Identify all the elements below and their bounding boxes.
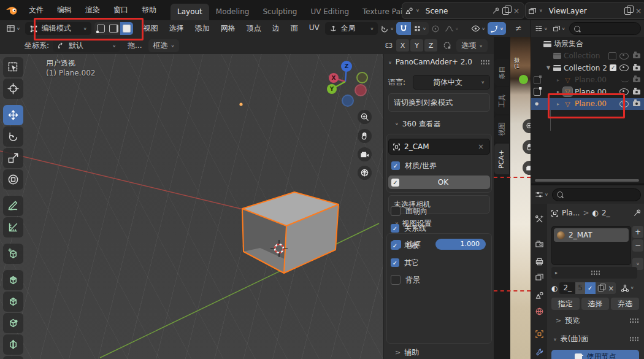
camera-restrict-icon[interactable] bbox=[633, 101, 640, 106]
pin-icon[interactable] bbox=[633, 209, 642, 217]
checkbox-checked-icon[interactable]: ✓ bbox=[391, 224, 399, 233]
camera-restrict-icon[interactable] bbox=[633, 77, 640, 82]
option-row-其它[interactable]: ✓其它 bbox=[391, 257, 483, 269]
face-select-button[interactable] bbox=[120, 22, 133, 35]
viewer-panel-header[interactable]: ∨ 360 查看器 bbox=[395, 119, 490, 129]
topbar-menu-编辑[interactable]: 编辑 bbox=[50, 5, 79, 15]
checkbox-unchecked-icon[interactable] bbox=[391, 206, 401, 216]
camera-restrict-icon[interactable] bbox=[633, 53, 640, 58]
sidebar-tab-工具[interactable]: 工具 bbox=[494, 87, 509, 114]
ok-button[interactable]: ✓ OK bbox=[388, 176, 490, 189]
sidebar-tab-条目[interactable]: 条目 bbox=[494, 59, 509, 86]
outliner-row-5[interactable]: ●▸▽Plane.00 bbox=[531, 98, 644, 110]
gizmo-axis-y[interactable]: Y bbox=[327, 84, 337, 94]
select-type-dropdown[interactable]: 框选 ∨ bbox=[148, 39, 180, 52]
close-icon[interactable]: × bbox=[512, 7, 521, 15]
tool-scale[interactable] bbox=[3, 148, 23, 168]
option-row-背景[interactable]: 背景 bbox=[391, 274, 483, 286]
viewport-menu-视图[interactable]: 视图 bbox=[138, 23, 164, 34]
gizmo-axis-z[interactable]: Z bbox=[341, 61, 352, 72]
camera-restrict-icon[interactable] bbox=[633, 66, 640, 71]
checkbox-checked-icon[interactable]: ✓ bbox=[391, 258, 399, 267]
clear-icon[interactable]: × bbox=[476, 142, 486, 151]
pin-icon[interactable] bbox=[492, 7, 500, 15]
display-mode-dropdown[interactable]: ∨ bbox=[534, 25, 549, 33]
option-row-地板[interactable]: ✓地板 bbox=[391, 239, 483, 252]
topbar-menu-窗口[interactable]: 窗口 bbox=[107, 5, 135, 15]
material-world-checkbox-row[interactable]: ✓ 材质/世界 bbox=[391, 160, 486, 172]
pan-button[interactable] bbox=[358, 129, 372, 143]
new-viewlayer-icon[interactable] bbox=[624, 7, 631, 15]
preview-panel-header[interactable]: > 预览 bbox=[556, 315, 580, 326]
eye-closed-icon[interactable] bbox=[621, 78, 629, 82]
falloff-dropdown[interactable]: ∨ bbox=[442, 24, 461, 33]
tool-annotate[interactable] bbox=[3, 196, 23, 216]
drag-grip-icon[interactable] bbox=[480, 60, 490, 65]
properties-editor-type-button[interactable]: ∨ bbox=[534, 190, 550, 199]
sidebar-tab-PCA+[interactable]: PCA+ bbox=[494, 144, 509, 174]
material-name-field[interactable]: 2_ bbox=[559, 282, 575, 294]
material-slot-row[interactable]: 2_MAT bbox=[554, 228, 629, 242]
new-scene-icon[interactable] bbox=[502, 7, 509, 15]
material-slot-list[interactable]: 2_MAT bbox=[551, 226, 631, 265]
gizmo-axis-x-neg[interactable] bbox=[355, 84, 367, 96]
tool-bevel[interactable] bbox=[3, 313, 23, 333]
workspace-tab-UV Editing[interactable]: UV Editing bbox=[304, 4, 356, 20]
fake-user-button[interactable]: ✓ bbox=[585, 282, 596, 294]
edge-select-button[interactable] bbox=[107, 22, 120, 35]
checkbox-unchecked-icon[interactable] bbox=[391, 275, 401, 285]
perspective-toggle-button[interactable] bbox=[358, 166, 372, 180]
checkbox-checked-icon[interactable]: ✓ bbox=[391, 161, 400, 170]
properties-search[interactable] bbox=[552, 188, 641, 201]
gizmo-axis-x[interactable]: X bbox=[329, 73, 339, 83]
strip-header-icon[interactable]: ≠ bbox=[515, 23, 522, 33]
snap-toggle-button[interactable] bbox=[396, 22, 411, 35]
orientation-dropdown[interactable]: 全局 ∨ bbox=[325, 22, 378, 35]
tool-extrude-region[interactable] bbox=[3, 270, 23, 290]
properties-tab-modifiers[interactable] bbox=[531, 345, 547, 359]
outliner-row-2[interactable]: ▼Collection 2✓ bbox=[531, 62, 644, 74]
blender-logo-icon[interactable] bbox=[5, 6, 18, 15]
copy-datablock-button[interactable] bbox=[596, 282, 607, 294]
tool-select-box[interactable] bbox=[3, 57, 23, 77]
tool-measure[interactable] bbox=[3, 217, 23, 237]
topbar-menu-帮助[interactable]: 帮助 bbox=[135, 5, 163, 15]
gizmos-dropdown[interactable]: ∨ bbox=[488, 22, 506, 35]
users-count-badge[interactable]: 5 bbox=[575, 282, 585, 294]
viewlayer-selector[interactable]: ∨ ViewLayer × bbox=[525, 2, 644, 19]
breadcrumb-object[interactable]: Pla... bbox=[562, 209, 580, 217]
viewport-menu-添加[interactable]: 添加 bbox=[190, 23, 215, 34]
material-选择-button[interactable]: 选择 bbox=[581, 298, 610, 310]
properties-tab-object[interactable] bbox=[531, 326, 547, 341]
properties-tab-tool[interactable] bbox=[531, 212, 547, 226]
tool-rotate[interactable] bbox=[3, 126, 23, 147]
gizmo-axis-z-neg[interactable] bbox=[342, 95, 354, 107]
addon-panel-header[interactable]: ∨ PanoCamAdder+ 2.0 bbox=[388, 58, 490, 66]
topbar-menu-渲染[interactable]: 渲染 bbox=[79, 5, 107, 15]
option-row-关系线[interactable]: ✓关系线 bbox=[391, 222, 483, 234]
use-nodes-button[interactable]: 使用节点 bbox=[551, 350, 639, 359]
camera-view-button[interactable] bbox=[358, 147, 372, 161]
tool-knife[interactable] bbox=[3, 356, 23, 359]
proportional-editing-button[interactable] bbox=[429, 25, 442, 33]
expand-arrow-icon[interactable]: ▸ bbox=[555, 101, 561, 107]
tool-move[interactable] bbox=[3, 105, 23, 125]
outliner-scrollbar[interactable] bbox=[535, 179, 639, 182]
tool-transform[interactable] bbox=[3, 169, 23, 190]
checkbox-checked-icon[interactable]: ✓ bbox=[391, 179, 399, 187]
outliner-search[interactable] bbox=[569, 22, 641, 35]
viewlayer-name[interactable]: ViewLayer bbox=[545, 7, 622, 15]
strip-gizmo-ball[interactable] bbox=[519, 75, 528, 84]
tool-loop-cut[interactable] bbox=[3, 334, 23, 355]
unlink-button[interactable]: × bbox=[607, 282, 616, 294]
options-dropdown[interactable]: 选项 ∨ bbox=[456, 39, 488, 52]
snap-with-dropdown[interactable]: ∨ bbox=[411, 22, 429, 35]
option-row-面朝向[interactable]: 面朝向 bbox=[391, 205, 483, 217]
eye-icon[interactable] bbox=[619, 101, 629, 107]
viewport-menu-顶点[interactable]: 顶点 bbox=[241, 23, 267, 34]
properties-tab-scene[interactable] bbox=[531, 288, 547, 303]
exclude-checkbox[interactable] bbox=[608, 52, 616, 60]
gizmo-axis-y-neg[interactable] bbox=[356, 72, 368, 83]
close-icon[interactable]: × bbox=[634, 7, 643, 15]
axis-button-Z[interactable]: Z bbox=[424, 39, 437, 52]
